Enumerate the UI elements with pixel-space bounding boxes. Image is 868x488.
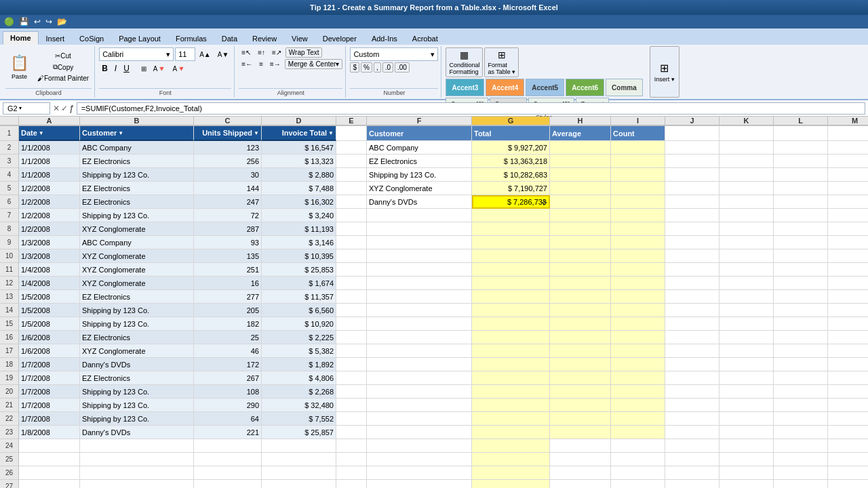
cell-date-4[interactable]: 1/1/2008	[19, 168, 80, 182]
percent-btn[interactable]: %	[361, 62, 372, 73]
cell-F-10[interactable]	[367, 249, 472, 263]
cell-customer-18[interactable]: Danny's DVDs	[80, 358, 194, 371]
col-header-I[interactable]: I	[611, 117, 665, 126]
cell-F-11[interactable]	[367, 263, 472, 277]
formula-input[interactable]: =SUMIF(Customer,F2,Invoice_Total)	[77, 102, 865, 115]
cell-I-10[interactable]	[611, 249, 665, 263]
cell-G-26[interactable]	[472, 466, 550, 480]
cell-units-6[interactable]: 247	[194, 195, 262, 209]
cell-date-20[interactable]: 1/7/2008	[19, 385, 80, 399]
cell-F-5[interactable]: XYZ Conglomerate	[367, 182, 472, 195]
cell-G-18[interactable]	[472, 358, 550, 371]
col-header-A[interactable]: A	[19, 117, 80, 126]
cell-customer-13[interactable]: EZ Electronics	[80, 290, 194, 304]
cell-invoice-22[interactable]: $ 7,552	[262, 412, 336, 426]
cell-F-9[interactable]	[367, 236, 472, 249]
cell-I-9[interactable]	[611, 236, 665, 249]
col-header-G[interactable]: G	[472, 117, 550, 126]
cell-G-20[interactable]	[472, 385, 550, 399]
align-top-left-btn[interactable]: ≡↖	[239, 47, 254, 58]
redo-btn[interactable]: ↪	[44, 16, 54, 27]
cell-date-12[interactable]: 1/4/2008	[19, 277, 80, 290]
cell-invoice-19[interactable]: $ 4,806	[262, 371, 336, 385]
cell-A-27[interactable]	[19, 480, 80, 488]
cell-date-8[interactable]: 1/2/2008	[19, 222, 80, 236]
cell-units-20[interactable]: 108	[194, 385, 262, 399]
cell-G-4[interactable]: $ 10,282,683	[472, 168, 550, 182]
col-header-C[interactable]: C	[194, 117, 262, 126]
cell-units-19[interactable]: 267	[194, 371, 262, 385]
cell-I-14[interactable]	[611, 304, 665, 317]
cell-date-15[interactable]: 1/5/2008	[19, 317, 80, 331]
cell-H-5[interactable]	[550, 182, 611, 195]
col-header-F[interactable]: F	[367, 117, 472, 126]
insert-function-btn[interactable]: ƒ	[69, 104, 74, 113]
cell-G-7[interactable]	[472, 209, 550, 222]
cell-units-22[interactable]: 64	[194, 412, 262, 426]
tab-cosign[interactable]: CoSign	[72, 31, 111, 45]
cell-H-27[interactable]	[550, 480, 611, 488]
font-color-button[interactable]: A🔻	[170, 64, 189, 74]
cell-customer-8[interactable]: XYZ Conglomerate	[80, 222, 194, 236]
cell-I-26[interactable]	[611, 466, 665, 480]
cell-units-12[interactable]: 16	[194, 277, 262, 290]
cell-I-4[interactable]	[611, 168, 665, 182]
cell-I-25[interactable]	[611, 453, 665, 466]
cell-customer-2[interactable]: ABC Company	[80, 141, 194, 155]
undo-btn[interactable]: ↩	[33, 16, 42, 27]
cell-G-21[interactable]	[472, 399, 550, 412]
cell-I-21[interactable]	[611, 399, 665, 412]
cell-G-14[interactable]	[472, 304, 550, 317]
cell-invoice-20[interactable]: $ 2,268	[262, 385, 336, 399]
cell-G-3[interactable]: $ 13,363,218	[472, 155, 550, 168]
cell-A-24[interactable]	[19, 439, 80, 453]
cell-F-2[interactable]: ABC Company	[367, 141, 472, 155]
cell-units-21[interactable]: 290	[194, 399, 262, 412]
cell-date-18[interactable]: 1/7/2008	[19, 358, 80, 371]
cell-units-11[interactable]: 251	[194, 263, 262, 277]
cell-G-23[interactable]	[472, 426, 550, 439]
cell-I-7[interactable]	[611, 209, 665, 222]
cell-invoice-18[interactable]: $ 1,892	[262, 358, 336, 371]
cell-B-27[interactable]	[80, 480, 194, 488]
tab-home[interactable]: Home	[3, 31, 39, 45]
font-name-dropdown[interactable]: Calibri ▾	[99, 47, 174, 61]
cell-I-2[interactable]	[611, 141, 665, 155]
cell-C-25[interactable]	[194, 453, 262, 466]
cell-F-16[interactable]	[367, 331, 472, 344]
cell-F-27[interactable]	[367, 480, 472, 488]
cell-H-24[interactable]	[550, 439, 611, 453]
tab-view[interactable]: View	[284, 31, 315, 45]
cell-F-20[interactable]	[367, 385, 472, 399]
cell-I-16[interactable]	[611, 331, 665, 344]
italic-button[interactable]: I	[112, 62, 119, 75]
comma-style-btn[interactable]: Comma	[606, 79, 643, 96]
cell-date-7[interactable]: 1/2/2008	[19, 209, 80, 222]
merge-center-button[interactable]: Merge & Center ▾	[285, 59, 343, 69]
cell-I-17[interactable]	[611, 344, 665, 358]
cell-H-17[interactable]	[550, 344, 611, 358]
cell-customer-16[interactable]: EZ Electronics	[80, 331, 194, 344]
align-right-btn[interactable]: ≡→	[267, 59, 283, 69]
align-top-right-btn[interactable]: ≡↗	[269, 47, 284, 58]
bold-button[interactable]: B	[99, 62, 111, 75]
cell-G-15[interactable]	[472, 317, 550, 331]
cell-reference-box[interactable]: G2 ▾	[3, 102, 50, 115]
cell-customer-3[interactable]: EZ Electronics	[80, 155, 194, 168]
cut-button[interactable]: ✂ Cut	[35, 51, 92, 61]
cell-I-11[interactable]	[611, 263, 665, 277]
cell-C-27[interactable]	[194, 480, 262, 488]
cell-F-19[interactable]	[367, 371, 472, 385]
cell-invoice-5[interactable]: $ 7,488	[262, 182, 336, 195]
tab-developer[interactable]: Developer	[315, 31, 364, 45]
cell-F-6[interactable]: Danny's DVDs	[367, 195, 472, 209]
cell-date-16[interactable]: 1/6/2008	[19, 331, 80, 344]
decrease-font-btn[interactable]: A▼	[215, 49, 232, 60]
cell-customer-12[interactable]: XYZ Conglomerate	[80, 277, 194, 290]
cell-G-11[interactable]	[472, 263, 550, 277]
cell-H-14[interactable]	[550, 304, 611, 317]
format-painter-button[interactable]: 🖌 Format Painter	[35, 73, 92, 83]
borders-button[interactable]: ⊞	[138, 64, 149, 74]
cell-customer-10[interactable]: XYZ Conglomerate	[80, 249, 194, 263]
cell-F-13[interactable]	[367, 290, 472, 304]
